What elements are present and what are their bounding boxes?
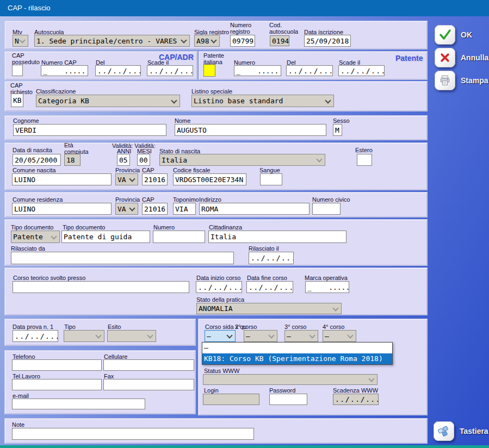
data-prova-field[interactable]: ../../.... [13, 330, 58, 342]
login-label: Login [204, 387, 219, 394]
password-label: Password [269, 387, 295, 394]
documento-numero-field[interactable] [153, 231, 205, 243]
corso4-label: 4° corso [323, 323, 344, 330]
dropdown-option[interactable]: – [202, 343, 392, 353]
fax-field[interactable] [103, 379, 194, 390]
annulla-button[interactable]: Annulla [435, 48, 488, 67]
tipo-documento-text-label: Tipo documento [63, 224, 105, 231]
cap-posseduto-checkbox[interactable] [12, 65, 23, 76]
chevron-down-icon [19, 37, 25, 43]
cap-richiesto-field[interactable]: KB [11, 94, 23, 107]
mtv-combobox: N [13, 35, 28, 47]
scadenza-www-field: ../../.... [333, 394, 379, 405]
classificazione-combobox[interactable]: Categoria KB [36, 95, 180, 107]
provincia-nascita-combobox[interactable]: VA [115, 173, 138, 185]
dropdown-option-highlighted[interactable]: KB18: Corso KB (Sperimentazione Roma 201… [202, 353, 392, 364]
data-nascita-field[interactable]: 20/05/2000 [13, 154, 61, 166]
tastiera-button[interactable]: Tastiera [434, 421, 488, 441]
tipo-documento-combobox: Patente [11, 231, 60, 243]
numero-registro-field[interactable]: 09799 [230, 35, 255, 47]
chevron-down-icon [316, 156, 322, 162]
tel-lavoro-field[interactable] [12, 379, 102, 390]
sesso-field[interactable]: M [333, 124, 342, 136]
data-nascita-label: Data di nascita [13, 147, 52, 153]
anni-field[interactable]: 05 [117, 154, 130, 166]
ok-button-label: OK [461, 30, 472, 39]
data-inizio-corso-field[interactable]: ../../.... [196, 281, 242, 293]
numero-cap-field[interactable]: _ ..... [41, 65, 88, 76]
patente-numero-field[interactable]: _ ..... [234, 65, 281, 76]
cap-del-field[interactable]: ../../.... [95, 65, 141, 76]
stampa-button[interactable]: Stampa [435, 71, 488, 90]
printer-icon [435, 71, 455, 90]
corso-teorico-label: Corso teorico svolto presso [13, 275, 85, 281]
mesi-field[interactable]: 00 [137, 154, 150, 166]
chevron-down-icon [325, 97, 331, 103]
corso-sida-combobox[interactable]: – [205, 330, 236, 342]
codice-fiscale-label: Codice fiscale [173, 167, 210, 173]
marca-operativa-field[interactable]: _ ..... [305, 281, 349, 293]
sigla-registro-combobox[interactable]: A98 [194, 35, 220, 47]
window-title: CAP - rilascio [8, 4, 51, 12]
nome-field[interactable]: AUGUSTO [175, 124, 326, 136]
note-field[interactable] [12, 428, 254, 440]
title-bar: CAP - rilascio [0, 0, 489, 16]
sangue-field[interactable] [260, 173, 282, 185]
eta-compiuta-label: Età compiuta [64, 142, 92, 155]
corso-teorico-field[interactable] [13, 281, 189, 293]
chevron-down-icon [211, 37, 216, 43]
toponimo-field[interactable]: VIA [173, 203, 196, 215]
chevron-down-icon [268, 332, 274, 338]
chevron-down-icon [129, 176, 135, 182]
cap-nascita-label: CAP [142, 167, 154, 173]
comune-residenza-field[interactable]: LUINO [12, 203, 112, 215]
x-icon [435, 48, 455, 67]
email-field[interactable] [12, 399, 145, 409]
comune-residenza-label: Comune residenza [13, 196, 63, 203]
telefono-field[interactable] [12, 359, 102, 371]
chevron-down-icon [171, 97, 177, 103]
data-fine-corso-field[interactable]: ../../.... [246, 281, 293, 293]
codice-fiscale-field[interactable]: VRDGST00E20E734N [173, 173, 246, 185]
cellulare-field[interactable] [103, 359, 194, 371]
nome-label: Nome [175, 117, 190, 124]
data-iscrizione-field[interactable]: 25/09/2018 [304, 35, 351, 47]
listino-speciale-combobox[interactable]: Listino base standard [191, 95, 334, 107]
toponimo-label: Toponimo [173, 196, 199, 203]
provincia-residenza-combobox[interactable]: VA [115, 203, 138, 215]
numero-civico-field[interactable] [312, 203, 341, 215]
password-field[interactable] [269, 394, 307, 405]
cognome-field[interactable]: VERDI [13, 124, 166, 136]
rilasciato-da-field[interactable] [11, 252, 234, 264]
stato-pratica-combobox: ANOMALIA [196, 303, 342, 314]
tipo-documento-text-field[interactable]: Patente di guida [61, 231, 150, 243]
corso3-combobox: – [284, 330, 318, 342]
cod-autoscuola-field: 0194 [270, 35, 289, 46]
patente-italiana-checkbox[interactable] [203, 64, 215, 77]
cap-adr-section-header: CAP/ADR [159, 53, 194, 61]
cap-scade-field[interactable]: ../../.... [147, 65, 193, 76]
indirizzo-field[interactable]: ROMA [199, 203, 310, 215]
ok-button[interactable]: OK [435, 25, 472, 45]
rilasciato-il-field[interactable]: ../../.... [249, 252, 294, 264]
cittadinanza-field[interactable]: Italia [208, 231, 346, 243]
chevron-down-icon [347, 332, 353, 338]
cap-residenza-field[interactable]: 21016 [142, 203, 168, 215]
cap-nascita-field[interactable]: 21016 [142, 173, 168, 185]
autoscuola-combobox[interactable]: 1. Sede principale/centro - VARES [34, 35, 190, 47]
classificazione-label: Classificazione [36, 88, 76, 95]
window-bottom-edge [0, 445, 489, 448]
patente-scade-field[interactable]: ../../.... [338, 65, 385, 76]
comune-nascita-field[interactable]: LUINO [12, 173, 112, 185]
chevron-down-icon [129, 205, 135, 211]
indirizzo-label: Indirizzo [199, 196, 221, 203]
patente-del-field[interactable]: ../../.... [286, 65, 333, 76]
corso-sida-dropdown-list: – KB18: Corso KB (Sperimentazione Roma 2… [202, 342, 393, 365]
data-fine-corso-label: Data fine corso [247, 275, 287, 281]
patente-section-header: Patente [395, 54, 423, 63]
data-inizio-corso-label: Data inizio corso [196, 275, 240, 281]
cittadinanza-label: Cittadinanza [209, 224, 242, 231]
status-www-combobox [203, 374, 377, 385]
eta-compiuta-field: 18 [64, 154, 81, 166]
stato-pratica-label: Stato della pratica [196, 296, 244, 303]
